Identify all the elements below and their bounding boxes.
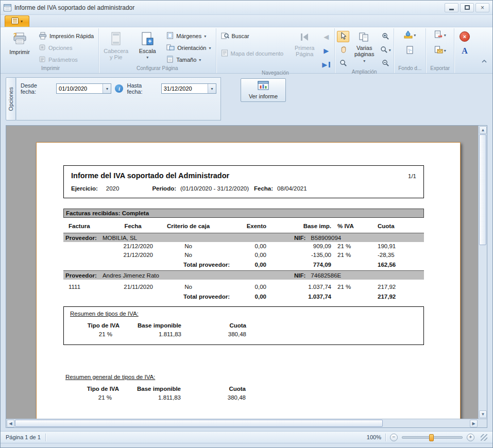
opciones-tab-label: Opciones xyxy=(8,87,14,111)
document-preview[interactable]: Informe del IVA soportado del Administra… xyxy=(6,126,478,419)
statusbar-separator xyxy=(385,434,386,441)
tamano-label: Tamaño xyxy=(176,57,196,63)
opciones-label: Opciones xyxy=(48,45,72,51)
total-exento: 0,00 xyxy=(220,292,275,301)
exportar-email-button[interactable]: ▾ xyxy=(434,45,446,56)
impresion-rapida-button[interactable]: Impresión Rápida xyxy=(36,31,96,41)
hasta-fecha-label: Hasta fecha: xyxy=(127,82,157,95)
chevron-down-icon: ▾ xyxy=(363,59,365,63)
resumen-title: Resumen de tipos de IVA: xyxy=(70,311,139,317)
personalizar-button[interactable]: A xyxy=(462,47,468,55)
page-color-icon xyxy=(404,30,413,40)
zoom-in-button[interactable]: + xyxy=(467,434,474,441)
table-header-row: Factura Fecha Criterio de caja Exento Ba… xyxy=(63,223,424,232)
imprimir-button[interactable]: ? Imprimir xyxy=(5,29,35,62)
opciones-button[interactable]: Opciones xyxy=(36,43,96,53)
marca-agua-button[interactable]: A xyxy=(404,45,416,56)
orientacion-button[interactable]: Orientación ▾ xyxy=(164,43,213,53)
resumen-column-header: Tipo de IVA xyxy=(70,322,120,329)
ribbon: ? Imprimir Impresión Rápida xyxy=(1,27,492,74)
total-label: Total proveedor: xyxy=(63,292,230,301)
puntero-tool-button[interactable] xyxy=(337,31,349,42)
vertical-scrollbar[interactable]: ▲ ▼ xyxy=(478,126,487,419)
zoom-out-button[interactable] xyxy=(379,58,392,69)
page-status-label: Página 1 de 1 xyxy=(6,434,41,440)
multiple-pages-icon xyxy=(359,32,370,44)
collapse-ribbon-button[interactable] xyxy=(480,58,488,65)
table-row: 1111 21/11/2020 No 0,00 1.037,74 21 % 21… xyxy=(63,283,424,291)
parametros-button[interactable]: Parámetros xyxy=(36,55,96,65)
quick-print-icon xyxy=(39,32,47,41)
scroll-right-button[interactable]: ▶ xyxy=(470,420,478,427)
page-size-icon xyxy=(166,56,174,64)
mano-tool-button[interactable] xyxy=(337,44,349,56)
cell-exento: 0,00 xyxy=(220,283,275,291)
info-icon: i xyxy=(115,84,123,93)
cell-base: -135,00 xyxy=(275,251,336,260)
maximize-button[interactable] xyxy=(460,3,474,12)
zoom-out-button[interactable]: − xyxy=(390,434,398,441)
cell-iva: 21 % xyxy=(336,251,378,260)
imprimir-label: Imprimir xyxy=(9,49,30,56)
close-button[interactable]: × xyxy=(475,3,489,12)
ejercicio-value: 2020 xyxy=(106,185,120,192)
ver-informe-label: Ver informe xyxy=(249,93,278,99)
cell-base: 1.037,74 xyxy=(275,283,336,291)
horizontal-scroll-thumb[interactable] xyxy=(15,420,383,427)
exportar-documento-button[interactable]: ▾ xyxy=(434,29,446,41)
app-menu-button[interactable]: ▾ xyxy=(5,15,29,27)
cell-fecha: 21/12/2020 xyxy=(110,251,156,260)
vertical-scroll-thumb[interactable] xyxy=(479,134,486,245)
resumen-value: 21 % xyxy=(70,394,119,401)
mapa-documento-button[interactable]: Mapa del documento xyxy=(218,48,286,59)
zoom-in-button[interactable] xyxy=(379,31,392,42)
scroll-up-button[interactable]: ▲ xyxy=(479,126,487,134)
buscar-button[interactable]: Buscar xyxy=(218,31,286,41)
primera-pagina-button[interactable]: Primera Página xyxy=(291,29,318,62)
tamano-button[interactable]: Tamaño ▾ xyxy=(164,55,213,65)
scroll-down-button[interactable]: ▼ xyxy=(479,410,487,418)
resize-grip[interactable] xyxy=(481,434,487,441)
color-fondo-button[interactable]: ▾ xyxy=(404,29,416,41)
zoom-slider-thumb[interactable] xyxy=(429,434,434,441)
resumen-column-header: Base imponible xyxy=(120,322,181,329)
hasta-fecha-combobox[interactable]: 31/12/2020 ▾ xyxy=(161,83,216,94)
resumen-value-row: 21 % 1.811,83 380,48 xyxy=(70,331,423,337)
search-icon xyxy=(221,32,229,41)
ribbon-group-configurar-pagina: Cabecera y Pie Escala ▾ Márgenes xyxy=(99,28,216,73)
orientation-icon xyxy=(166,44,175,52)
column-header: Fecha xyxy=(110,223,156,229)
ultima-pagina-button[interactable]: ▶ xyxy=(320,59,332,70)
varias-paginas-button[interactable]: Varias páginas ▾ xyxy=(351,29,378,65)
zoom-in-icon xyxy=(382,32,389,41)
opciones-side-tab[interactable]: Opciones xyxy=(6,77,16,120)
cell-factura: 1111 xyxy=(63,283,110,291)
letter-a-icon: A xyxy=(462,46,468,55)
zoom-button[interactable]: ▾ xyxy=(379,44,392,56)
group-caption-fondo: Fondo d... xyxy=(396,65,423,73)
chevron-down-icon[interactable]: ▾ xyxy=(208,84,216,93)
ver-informe-button[interactable]: Ver informe xyxy=(241,78,286,102)
report-page-indicator: 1/1 xyxy=(408,173,416,179)
lupa-tool-button[interactable] xyxy=(337,58,349,69)
chevron-down-icon[interactable]: ▾ xyxy=(103,84,111,93)
app-menu-row: ▾ xyxy=(1,15,492,27)
escala-button[interactable]: Escala ▾ xyxy=(132,29,162,62)
scale-page-icon xyxy=(141,32,154,47)
cerrar-vista-previa-button[interactable]: × xyxy=(460,31,470,42)
proveedor-name: Andres Jimenez Rato xyxy=(103,272,159,279)
zoom-slider[interactable] xyxy=(402,436,463,439)
margenes-button[interactable]: Márgenes ▾ xyxy=(164,31,213,41)
minimize-button[interactable] xyxy=(445,3,458,12)
pagina-anterior-button[interactable]: ◀ xyxy=(320,31,332,42)
scroll-left-button[interactable]: ◀ xyxy=(7,420,14,427)
column-header: Cuota xyxy=(378,223,424,229)
cell-iva: 21 % xyxy=(336,283,378,291)
resumen-value: 21 % xyxy=(70,331,120,337)
pagina-siguiente-button[interactable]: ▶ xyxy=(320,45,332,56)
cursor-arrow-icon xyxy=(339,32,347,41)
horizontal-scrollbar[interactable]: ◀ ▶ xyxy=(6,419,478,427)
group-caption-exportar: Exportar xyxy=(428,65,452,73)
cabecera-pie-button[interactable]: Cabecera y Pie xyxy=(101,29,131,62)
desde-fecha-combobox[interactable]: 01/10/2020 ▾ xyxy=(56,83,111,94)
